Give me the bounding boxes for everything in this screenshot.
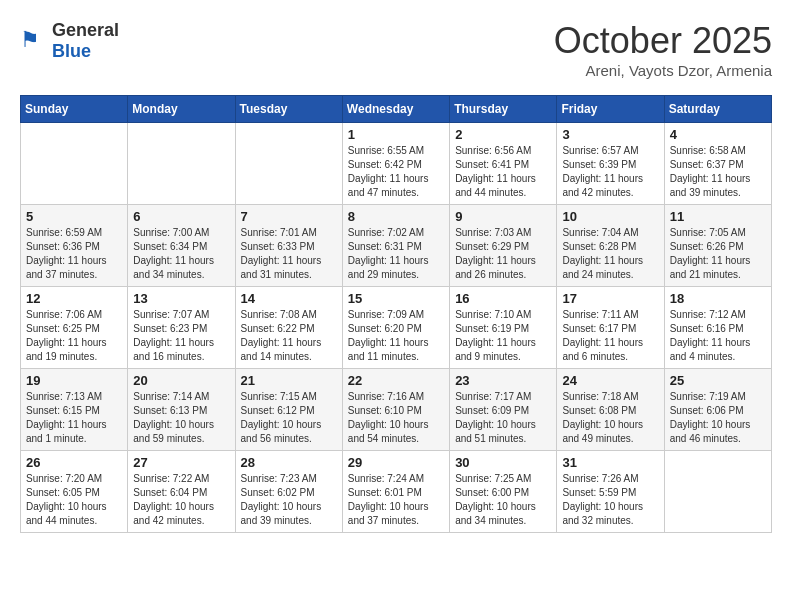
day-info: Sunrise: 7:22 AM Sunset: 6:04 PM Dayligh… (133, 472, 229, 528)
calendar-cell: 29Sunrise: 7:24 AM Sunset: 6:01 PM Dayli… (342, 451, 449, 533)
day-number: 9 (455, 209, 551, 224)
calendar-cell: 24Sunrise: 7:18 AM Sunset: 6:08 PM Dayli… (557, 369, 664, 451)
calendar-cell: 19Sunrise: 7:13 AM Sunset: 6:15 PM Dayli… (21, 369, 128, 451)
calendar-cell: 21Sunrise: 7:15 AM Sunset: 6:12 PM Dayli… (235, 369, 342, 451)
day-number: 8 (348, 209, 444, 224)
calendar-cell: 30Sunrise: 7:25 AM Sunset: 6:00 PM Dayli… (450, 451, 557, 533)
day-number: 19 (26, 373, 122, 388)
calendar-cell: 5Sunrise: 6:59 AM Sunset: 6:36 PM Daylig… (21, 205, 128, 287)
day-info: Sunrise: 7:18 AM Sunset: 6:08 PM Dayligh… (562, 390, 658, 446)
logo-icon: ⚑ (20, 27, 48, 55)
calendar-cell: 15Sunrise: 7:09 AM Sunset: 6:20 PM Dayli… (342, 287, 449, 369)
calendar-cell (128, 123, 235, 205)
day-info: Sunrise: 7:05 AM Sunset: 6:26 PM Dayligh… (670, 226, 766, 282)
day-number: 15 (348, 291, 444, 306)
calendar-cell: 14Sunrise: 7:08 AM Sunset: 6:22 PM Dayli… (235, 287, 342, 369)
day-number: 29 (348, 455, 444, 470)
weekday-header-friday: Friday (557, 96, 664, 123)
logo-general: General (52, 20, 119, 40)
day-number: 17 (562, 291, 658, 306)
day-number: 10 (562, 209, 658, 224)
title-block: October 2025 Areni, Vayots Dzor, Armenia (554, 20, 772, 79)
day-number: 18 (670, 291, 766, 306)
week-row-2: 5Sunrise: 6:59 AM Sunset: 6:36 PM Daylig… (21, 205, 772, 287)
calendar-cell: 3Sunrise: 6:57 AM Sunset: 6:39 PM Daylig… (557, 123, 664, 205)
calendar-cell: 1Sunrise: 6:55 AM Sunset: 6:42 PM Daylig… (342, 123, 449, 205)
day-number: 21 (241, 373, 337, 388)
day-info: Sunrise: 7:08 AM Sunset: 6:22 PM Dayligh… (241, 308, 337, 364)
svg-text:⚑: ⚑ (20, 27, 40, 52)
day-number: 22 (348, 373, 444, 388)
week-row-1: 1Sunrise: 6:55 AM Sunset: 6:42 PM Daylig… (21, 123, 772, 205)
day-info: Sunrise: 7:00 AM Sunset: 6:34 PM Dayligh… (133, 226, 229, 282)
calendar-cell: 17Sunrise: 7:11 AM Sunset: 6:17 PM Dayli… (557, 287, 664, 369)
weekday-header-tuesday: Tuesday (235, 96, 342, 123)
day-number: 31 (562, 455, 658, 470)
calendar-cell (21, 123, 128, 205)
day-number: 14 (241, 291, 337, 306)
location-subtitle: Areni, Vayots Dzor, Armenia (554, 62, 772, 79)
calendar-cell: 16Sunrise: 7:10 AM Sunset: 6:19 PM Dayli… (450, 287, 557, 369)
day-info: Sunrise: 6:57 AM Sunset: 6:39 PM Dayligh… (562, 144, 658, 200)
calendar-cell: 28Sunrise: 7:23 AM Sunset: 6:02 PM Dayli… (235, 451, 342, 533)
day-info: Sunrise: 7:11 AM Sunset: 6:17 PM Dayligh… (562, 308, 658, 364)
day-number: 20 (133, 373, 229, 388)
weekday-header-row: SundayMondayTuesdayWednesdayThursdayFrid… (21, 96, 772, 123)
day-info: Sunrise: 7:25 AM Sunset: 6:00 PM Dayligh… (455, 472, 551, 528)
day-number: 3 (562, 127, 658, 142)
day-info: Sunrise: 6:56 AM Sunset: 6:41 PM Dayligh… (455, 144, 551, 200)
day-info: Sunrise: 6:55 AM Sunset: 6:42 PM Dayligh… (348, 144, 444, 200)
calendar-cell: 31Sunrise: 7:26 AM Sunset: 5:59 PM Dayli… (557, 451, 664, 533)
calendar-cell: 4Sunrise: 6:58 AM Sunset: 6:37 PM Daylig… (664, 123, 771, 205)
calendar-cell: 26Sunrise: 7:20 AM Sunset: 6:05 PM Dayli… (21, 451, 128, 533)
day-number: 12 (26, 291, 122, 306)
calendar-cell: 2Sunrise: 6:56 AM Sunset: 6:41 PM Daylig… (450, 123, 557, 205)
week-row-4: 19Sunrise: 7:13 AM Sunset: 6:15 PM Dayli… (21, 369, 772, 451)
day-number: 4 (670, 127, 766, 142)
calendar-cell: 9Sunrise: 7:03 AM Sunset: 6:29 PM Daylig… (450, 205, 557, 287)
day-info: Sunrise: 7:03 AM Sunset: 6:29 PM Dayligh… (455, 226, 551, 282)
day-number: 2 (455, 127, 551, 142)
day-number: 1 (348, 127, 444, 142)
day-number: 16 (455, 291, 551, 306)
day-number: 26 (26, 455, 122, 470)
calendar-cell: 8Sunrise: 7:02 AM Sunset: 6:31 PM Daylig… (342, 205, 449, 287)
day-info: Sunrise: 7:02 AM Sunset: 6:31 PM Dayligh… (348, 226, 444, 282)
calendar-cell (664, 451, 771, 533)
weekday-header-wednesday: Wednesday (342, 96, 449, 123)
day-info: Sunrise: 7:13 AM Sunset: 6:15 PM Dayligh… (26, 390, 122, 446)
logo: ⚑ General Blue (20, 20, 119, 62)
week-row-5: 26Sunrise: 7:20 AM Sunset: 6:05 PM Dayli… (21, 451, 772, 533)
day-info: Sunrise: 6:58 AM Sunset: 6:37 PM Dayligh… (670, 144, 766, 200)
logo-text: General Blue (52, 20, 119, 62)
day-number: 7 (241, 209, 337, 224)
calendar-cell: 20Sunrise: 7:14 AM Sunset: 6:13 PM Dayli… (128, 369, 235, 451)
day-info: Sunrise: 7:20 AM Sunset: 6:05 PM Dayligh… (26, 472, 122, 528)
day-info: Sunrise: 7:24 AM Sunset: 6:01 PM Dayligh… (348, 472, 444, 528)
day-info: Sunrise: 7:04 AM Sunset: 6:28 PM Dayligh… (562, 226, 658, 282)
calendar-cell: 11Sunrise: 7:05 AM Sunset: 6:26 PM Dayli… (664, 205, 771, 287)
weekday-header-thursday: Thursday (450, 96, 557, 123)
day-info: Sunrise: 7:07 AM Sunset: 6:23 PM Dayligh… (133, 308, 229, 364)
month-title: October 2025 (554, 20, 772, 62)
day-info: Sunrise: 6:59 AM Sunset: 6:36 PM Dayligh… (26, 226, 122, 282)
calendar-table: SundayMondayTuesdayWednesdayThursdayFrid… (20, 95, 772, 533)
calendar-cell: 13Sunrise: 7:07 AM Sunset: 6:23 PM Dayli… (128, 287, 235, 369)
calendar-cell: 23Sunrise: 7:17 AM Sunset: 6:09 PM Dayli… (450, 369, 557, 451)
calendar-cell: 6Sunrise: 7:00 AM Sunset: 6:34 PM Daylig… (128, 205, 235, 287)
day-info: Sunrise: 7:19 AM Sunset: 6:06 PM Dayligh… (670, 390, 766, 446)
weekday-header-monday: Monday (128, 96, 235, 123)
calendar-cell: 10Sunrise: 7:04 AM Sunset: 6:28 PM Dayli… (557, 205, 664, 287)
page-header: ⚑ General Blue October 2025 Areni, Vayot… (20, 20, 772, 79)
day-number: 30 (455, 455, 551, 470)
day-info: Sunrise: 7:26 AM Sunset: 5:59 PM Dayligh… (562, 472, 658, 528)
day-number: 28 (241, 455, 337, 470)
day-number: 11 (670, 209, 766, 224)
day-info: Sunrise: 7:14 AM Sunset: 6:13 PM Dayligh… (133, 390, 229, 446)
calendar-cell: 7Sunrise: 7:01 AM Sunset: 6:33 PM Daylig… (235, 205, 342, 287)
calendar-cell: 27Sunrise: 7:22 AM Sunset: 6:04 PM Dayli… (128, 451, 235, 533)
day-info: Sunrise: 7:09 AM Sunset: 6:20 PM Dayligh… (348, 308, 444, 364)
calendar-cell: 12Sunrise: 7:06 AM Sunset: 6:25 PM Dayli… (21, 287, 128, 369)
day-info: Sunrise: 7:15 AM Sunset: 6:12 PM Dayligh… (241, 390, 337, 446)
day-info: Sunrise: 7:17 AM Sunset: 6:09 PM Dayligh… (455, 390, 551, 446)
